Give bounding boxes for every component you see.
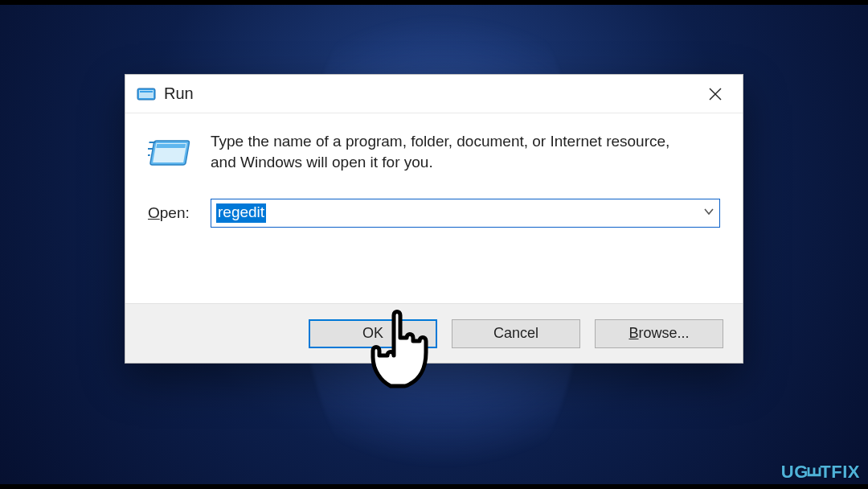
run-icon bbox=[137, 84, 156, 104]
dialog-title: Run bbox=[164, 84, 194, 103]
svg-rect-2 bbox=[140, 91, 153, 92]
cancel-button[interactable]: Cancel bbox=[452, 319, 580, 348]
svg-rect-7 bbox=[156, 144, 186, 148]
ok-button[interactable]: OK bbox=[309, 319, 437, 348]
dialog-description: Type the name of a program, folder, docu… bbox=[211, 131, 693, 172]
titlebar: Run bbox=[125, 75, 743, 113]
dialog-footer: OK Cancel Browse... bbox=[125, 303, 743, 363]
run-large-icon bbox=[148, 131, 193, 176]
run-dialog: Run bbox=[125, 74, 743, 364]
cancel-button-label: Cancel bbox=[493, 325, 538, 342]
ok-button-label: OK bbox=[362, 325, 383, 342]
browse-button[interactable]: Browse... bbox=[595, 319, 723, 348]
close-icon bbox=[708, 87, 723, 101]
open-combobox[interactable]: regedit bbox=[211, 199, 720, 228]
open-input-value[interactable]: regedit bbox=[216, 203, 266, 223]
close-button[interactable] bbox=[693, 78, 738, 110]
open-label: Open: bbox=[148, 204, 196, 222]
dialog-body: Type the name of a program, folder, docu… bbox=[125, 113, 743, 228]
browse-button-label: Browse... bbox=[628, 325, 689, 342]
watermark: UGƎTFIX bbox=[781, 462, 860, 483]
chevron-down-icon[interactable] bbox=[703, 206, 714, 220]
